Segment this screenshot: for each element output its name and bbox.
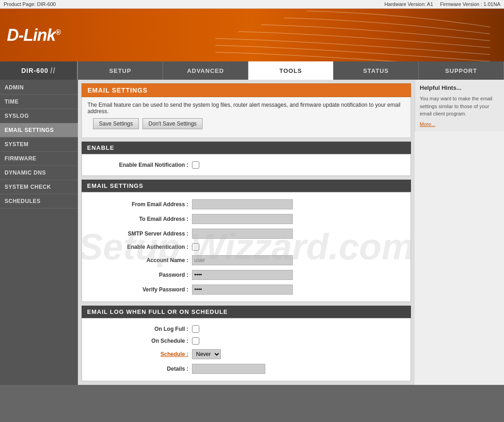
account-name-input[interactable] bbox=[192, 255, 293, 265]
firmware-version: Firmware Version : 1.01NA bbox=[440, 1, 500, 7]
enable-auth-row: Enable Authentication : bbox=[82, 241, 411, 253]
dir-label: DIR-600 bbox=[21, 67, 48, 74]
sidebar-item-time[interactable]: TIME bbox=[0, 95, 78, 109]
tab-tools[interactable]: TOOLS bbox=[248, 61, 334, 80]
header-decoration bbox=[202, 9, 504, 61]
header: D-Link® bbox=[0, 9, 504, 61]
hints-text: You may want to make the email settings … bbox=[420, 95, 499, 118]
verify-password-row: Verify Password : bbox=[82, 282, 411, 297]
verify-password-input[interactable] bbox=[192, 285, 293, 295]
schedule-row: Schedule : Never bbox=[82, 347, 411, 362]
verify-password-label: Verify Password : bbox=[91, 286, 192, 293]
on-schedule-row: On Schedule : bbox=[82, 335, 411, 347]
on-log-full-row: On Log Full : bbox=[82, 323, 411, 335]
tab-support[interactable]: SUPPORT bbox=[419, 61, 504, 80]
details-row: Details : bbox=[82, 362, 411, 376]
hints-more-link[interactable]: More... bbox=[420, 121, 499, 127]
on-log-full-label: On Log Full : bbox=[91, 326, 192, 332]
password-row: Password : bbox=[82, 268, 411, 282]
top-bar: Product Page: DIR-600 Hardware Version: … bbox=[0, 0, 504, 9]
from-email-input[interactable] bbox=[192, 199, 293, 209]
account-name-row: Account Name : bbox=[82, 253, 411, 268]
email-settings-header: EMAIL SETTINGS bbox=[82, 83, 411, 97]
from-email-label: From Email Address : bbox=[91, 201, 192, 208]
tab-status[interactable]: STATUS bbox=[334, 61, 419, 80]
account-name-label: Account Name : bbox=[91, 257, 192, 263]
dir-tab: DIR-600 // bbox=[0, 61, 78, 80]
dir-slashes: // bbox=[50, 66, 56, 76]
email-log-form: On Log Full : On Schedule : Schedule : N… bbox=[82, 318, 411, 381]
from-email-row: From Email Address : bbox=[82, 197, 411, 212]
details-input[interactable] bbox=[192, 364, 265, 374]
sidebar-item-email-settings[interactable]: EMAIL SETTINGS bbox=[0, 123, 78, 137]
smtp-input[interactable] bbox=[192, 229, 293, 239]
enable-email-checkbox[interactable] bbox=[192, 161, 199, 169]
version-info: Hardware Version: A1 Firmware Version : … bbox=[384, 1, 500, 7]
hints-panel: Helpful Hints... You may want to make th… bbox=[415, 80, 504, 132]
sidebar-item-dynamic-dns[interactable]: DYNAMIC DNS bbox=[0, 166, 78, 180]
tab-advanced[interactable]: ADVANCED bbox=[163, 61, 248, 80]
sidebar-item-system[interactable]: SYSTEM bbox=[0, 137, 78, 152]
enable-auth-label: Enable Authentication : bbox=[91, 244, 192, 250]
sidebar-item-syslog[interactable]: SYSLOG bbox=[0, 109, 78, 123]
hardware-version: Hardware Version: A1 bbox=[384, 1, 433, 7]
sidebar-item-schedules[interactable]: SCHEDULES bbox=[0, 194, 78, 208]
enable-section-header: ENABLE bbox=[82, 142, 411, 154]
sidebar-item-firmware[interactable]: FIRMWARE bbox=[0, 152, 78, 166]
nav-tabs: DIR-600 // SETUP ADVANCED TOOLS STATUS S… bbox=[0, 61, 504, 80]
to-email-label: To Email Address : bbox=[91, 216, 192, 222]
content-inner: EMAIL SETTINGS The Email feature can be … bbox=[78, 80, 415, 385]
smtp-label: SMTP Server Address : bbox=[91, 230, 192, 237]
product-info: Product Page: DIR-600 bbox=[4, 1, 56, 7]
main-layout: ADMIN TIME SYSLOG EMAIL SETTINGS SYSTEM … bbox=[0, 80, 504, 385]
schedule-select[interactable]: Never bbox=[192, 349, 221, 359]
on-schedule-checkbox[interactable] bbox=[192, 337, 199, 345]
button-row: Save Settings Don't Save Settings bbox=[88, 115, 405, 133]
schedule-link[interactable]: Schedule : bbox=[160, 351, 188, 357]
dlink-logo: D-Link® bbox=[7, 26, 60, 45]
details-label: Details : bbox=[91, 366, 192, 372]
email-settings-form: Setup Wizzard.com From Email Address : T… bbox=[82, 192, 411, 302]
to-email-row: To Email Address : bbox=[82, 212, 411, 226]
enable-email-row: Enable Email Notification : bbox=[82, 159, 411, 171]
to-email-input[interactable] bbox=[192, 214, 293, 224]
enable-email-label: Enable Email Notification : bbox=[91, 162, 192, 168]
on-schedule-label: On Schedule : bbox=[91, 338, 192, 344]
dont-save-button[interactable]: Don't Save Settings bbox=[142, 118, 203, 129]
save-settings-button[interactable]: Save Settings bbox=[93, 118, 139, 129]
description-box: The Email feature can be used to send th… bbox=[82, 97, 411, 138]
content-area: EMAIL SETTINGS The Email feature can be … bbox=[78, 80, 415, 385]
email-log-section-header: EMAIL LOG WHEN FULL OR ON SCHEDULE bbox=[82, 306, 411, 318]
schedule-label: Schedule : bbox=[91, 351, 192, 357]
smtp-row: SMTP Server Address : bbox=[82, 226, 411, 241]
enable-form: Enable Email Notification : bbox=[82, 154, 411, 176]
password-label: Password : bbox=[91, 272, 192, 278]
sidebar-item-system-check[interactable]: SYSTEM CHECK bbox=[0, 180, 78, 194]
enable-auth-checkbox[interactable] bbox=[192, 243, 199, 251]
tab-setup[interactable]: SETUP bbox=[78, 61, 163, 80]
sidebar: ADMIN TIME SYSLOG EMAIL SETTINGS SYSTEM … bbox=[0, 80, 78, 385]
hints-title: Helpful Hints... bbox=[420, 84, 499, 91]
email-settings-section-header: EMAIL SETTINGS bbox=[82, 180, 411, 192]
password-input[interactable] bbox=[192, 270, 293, 280]
on-log-full-checkbox[interactable] bbox=[192, 325, 199, 333]
sidebar-item-admin[interactable]: ADMIN bbox=[0, 81, 78, 95]
